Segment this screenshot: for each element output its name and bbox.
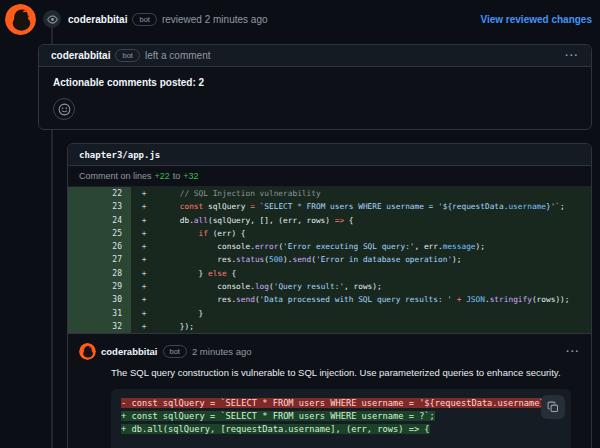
- code-text: console.error('Error executing SQL query…: [157, 240, 591, 253]
- code-text: res.status(500).send('Error in database …: [157, 253, 591, 266]
- diff-add-marker: +: [131, 280, 157, 293]
- comment-on-lines-row: Comment on lines +22 to +32: [68, 166, 591, 187]
- comment-author[interactable]: coderabbitai: [101, 346, 158, 357]
- smiley-icon: [58, 103, 71, 116]
- file-path[interactable]: chapter3/app.js: [79, 150, 160, 160]
- bot-badge: bot: [132, 13, 156, 26]
- review-action-text: reviewed 2 minutes ago: [162, 14, 268, 25]
- diff-add-marker: +: [131, 267, 157, 280]
- copy-button[interactable]: [541, 395, 565, 419]
- code-text: }: [157, 307, 591, 320]
- coderabbit-avatar[interactable]: [5, 4, 36, 35]
- diff-line: 31+ }: [68, 307, 591, 320]
- line-number: 31: [68, 307, 131, 320]
- diff-line: 22+ // SQL Injection vulnerability: [68, 187, 591, 200]
- code-text: // SQL Injection vulnerability: [157, 187, 591, 200]
- copy-icon: [547, 401, 559, 413]
- diff-line: 30+ res.send('Data processed with SQL qu…: [68, 293, 591, 306]
- diff-line: 32+ });: [68, 320, 591, 333]
- line-start-link[interactable]: +22: [155, 171, 170, 181]
- line-number: 22: [68, 187, 131, 200]
- diff-line: 29+ console.log('Query result:', rows);: [68, 280, 591, 293]
- file-header: chapter3/app.js: [68, 144, 591, 166]
- line-number: 29: [68, 280, 131, 293]
- diff-add-marker: +: [131, 214, 157, 227]
- diff-add-marker: +: [131, 240, 157, 253]
- view-reviewed-changes-link[interactable]: View reviewed changes: [480, 14, 592, 25]
- review-author[interactable]: coderabbitai: [68, 14, 127, 25]
- summary-card-header: coderabbitai bot left a comment ···: [39, 45, 591, 67]
- suggestion-diff-line: + db.all(sqlQuery, [requestData.username…: [121, 423, 571, 436]
- review-thread-card: chapter3/app.js Comment on lines +22 to …: [67, 143, 592, 448]
- suggestion-diff-line: - const sqlQuery = `SELECT * FROM users …: [121, 397, 571, 410]
- line-number: 24: [68, 214, 131, 227]
- code-text: res.send('Data processed with SQL query …: [157, 293, 591, 306]
- to-label: to: [173, 171, 181, 181]
- code-text: });: [157, 320, 591, 333]
- coderabbit-avatar[interactable]: [79, 343, 96, 360]
- inline-comment-header: coderabbitai bot 2 minutes ago ···: [79, 343, 580, 360]
- code-text: const sqlQuery = `SELECT * FROM users WH…: [157, 200, 591, 213]
- diff-line: 24+ db.all(sqlQuery, [], (err, rows) => …: [68, 214, 591, 227]
- bot-badge: bot: [163, 345, 187, 358]
- bot-badge: bot: [115, 49, 139, 62]
- line-number: 28: [68, 267, 131, 280]
- comment-timestamp[interactable]: 2 minutes ago: [192, 346, 252, 357]
- diff-add-marker: +: [131, 307, 157, 320]
- diff-lines: 22+ // SQL Injection vulnerability23+ co…: [68, 187, 591, 333]
- line-number: 32: [68, 320, 131, 333]
- summary-comment-card: coderabbitai bot left a comment ··· Acti…: [38, 44, 592, 130]
- diff-add-marker: +: [131, 293, 157, 306]
- diff-add-marker: +: [131, 200, 157, 213]
- line-number: 26: [68, 240, 131, 253]
- line-number: 23: [68, 200, 131, 213]
- coderabbit-logo-icon: [79, 343, 96, 360]
- kebab-menu-icon[interactable]: ···: [566, 346, 580, 357]
- comment-body-text: The SQL query construction is vulnerable…: [111, 366, 570, 379]
- suggestion-code-block: - const sqlQuery = `SELECT * FROM users …: [111, 389, 571, 448]
- inline-comment: coderabbitai bot 2 minutes ago ··· The S…: [68, 333, 591, 448]
- diff-line: 25+ if (err) {: [68, 227, 591, 240]
- eye-icon: [43, 10, 61, 28]
- add-reaction-button[interactable]: [53, 98, 75, 120]
- line-number: 30: [68, 293, 131, 306]
- actionable-comments-text: Actionable comments posted: 2: [53, 77, 577, 88]
- diff-add-marker: +: [131, 187, 157, 200]
- diff-line: 28+ } else {: [68, 267, 591, 280]
- diff-line: 27+ res.status(500).send('Error in datab…: [68, 253, 591, 266]
- review-event-row: coderabbitai bot reviewed 2 minutes ago …: [0, 0, 600, 40]
- summary-card-body: Actionable comments posted: 2: [39, 67, 591, 130]
- suggestion-lines: - const sqlQuery = `SELECT * FROM users …: [121, 397, 571, 436]
- line-number: 25: [68, 227, 131, 240]
- diff-add-marker: +: [131, 227, 157, 240]
- suggestion-diff-line: + const sqlQuery = `SELECT * FROM users …: [121, 410, 571, 423]
- code-text: if (err) {: [157, 227, 591, 240]
- diff-add-marker: +: [131, 253, 157, 266]
- diff-line: 23+ const sqlQuery = `SELECT * FROM user…: [68, 200, 591, 213]
- diff-add-marker: +: [131, 320, 157, 333]
- summary-action-text: left a comment: [145, 50, 211, 61]
- coderabbit-logo-icon: [5, 4, 36, 35]
- code-text: console.log('Query result:', rows);: [157, 280, 591, 293]
- kebab-menu-icon[interactable]: ···: [565, 50, 579, 61]
- comment-on-lines-label: Comment on lines: [79, 171, 152, 181]
- summary-author[interactable]: coderabbitai: [51, 50, 110, 61]
- line-end-link[interactable]: +32: [183, 171, 198, 181]
- diff-line: 26+ console.error('Error executing SQL q…: [68, 240, 591, 253]
- code-text: } else {: [157, 267, 591, 280]
- line-number: 27: [68, 253, 131, 266]
- code-text: db.all(sqlQuery, [], (err, rows) => {: [157, 214, 591, 227]
